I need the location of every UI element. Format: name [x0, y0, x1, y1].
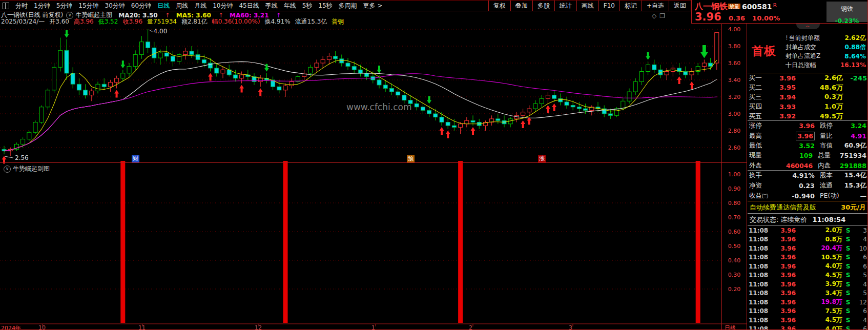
chart-header-icons[interactable]: ◇❐: [652, 12, 668, 19]
tick-price: 3.96: [769, 281, 796, 288]
sub-axis-label: 0.80: [722, 200, 746, 207]
period-item-45日线[interactable]: 45日线: [236, 2, 262, 10]
stats1-row: 涨停3.96跌停3.24: [748, 121, 868, 131]
stats1-row: 最高3.96量比4.91: [748, 131, 868, 140]
period-item-日线[interactable]: 日线: [154, 2, 173, 10]
sector-quote[interactable]: 钢铁 -0.23%: [826, 2, 867, 22]
seal-stat-value: 8.64%: [844, 53, 866, 60]
bid-label: 买三: [749, 92, 767, 101]
tick-list[interactable]: 11:083.962.0万S311:083.960.8万S411:083.962…: [748, 226, 868, 330]
event-marker-财[interactable]: 财: [132, 155, 139, 162]
tick-row: 11:083.967.5万S6: [748, 307, 868, 316]
main-axis-label: 3.60: [722, 60, 746, 67]
period-item-月线[interactable]: 月线: [191, 2, 210, 10]
stats1-row: 最低3.52市值60.9亿: [748, 141, 868, 151]
sub-indicator-name[interactable]: 牛势崛起副图: [13, 164, 50, 173]
ohlc-info-item: 量751934: [147, 17, 177, 26]
tool-复权[interactable]: 复权: [488, 1, 510, 11]
stats-block-2: 换手4.91%股本15.4亿净资0.23流通15.3亿收益㈢-0.940PE(动…: [748, 171, 868, 201]
stat-label: PE(动): [820, 192, 844, 200]
price-percent: 10.00%: [752, 14, 780, 22]
chevron-down-icon[interactable]: ∨: [4, 166, 11, 173]
tick-volume: 4.0万: [796, 262, 842, 271]
tick-time: 11:08: [749, 263, 769, 270]
period-item-周线[interactable]: 周线: [173, 2, 191, 10]
period-item-5秒[interactable]: 5秒: [299, 2, 316, 10]
subscription-ad[interactable]: 自动续费通达信普及版 30元/月: [748, 201, 868, 214]
tool-画线[interactable]: 画线: [576, 1, 598, 11]
sub-axis-label: 0.20: [722, 286, 746, 293]
tick-side: S: [842, 245, 854, 252]
tick-price: 3.96: [769, 325, 796, 330]
stat-value: 3.52: [772, 142, 815, 150]
stat-label: 总量: [818, 151, 840, 160]
period-item-年线[interactable]: 年线: [281, 2, 299, 10]
event-marker-预[interactable]: 预: [407, 155, 415, 162]
split-window-icon[interactable]: ❐: [659, 12, 668, 19]
period-item-5分钟[interactable]: 5分钟: [53, 2, 76, 10]
ohlc-info-item: 高3.96: [74, 17, 94, 26]
tool-F10[interactable]: F10: [598, 1, 619, 11]
bid-amount: 49.5万: [796, 112, 843, 121]
ad-text: 自动续费通达信普及版: [750, 201, 816, 213]
tick-side: S: [842, 263, 854, 270]
tool-统计[interactable]: 统计: [554, 1, 576, 11]
stat-value: 460046: [771, 162, 813, 170]
period-item-多周期[interactable]: 多周期: [336, 2, 360, 10]
tool-标记[interactable]: 标记: [619, 1, 642, 11]
period-item-30分钟[interactable]: 30分钟: [102, 2, 128, 10]
event-marker-涨[interactable]: 涨: [538, 155, 546, 162]
tick-volume: 10.5万: [796, 253, 842, 262]
watermark: www.cfchi.com: [346, 102, 411, 112]
tick-count: 5: [854, 290, 867, 297]
bid-row: 买二3.9548.6万: [748, 83, 868, 93]
tool-多股[interactable]: 多股: [532, 1, 554, 11]
seal-stat-value: 2.62亿: [844, 34, 866, 43]
bid-amount: 1.0万: [796, 102, 843, 111]
tick-price: 3.96: [769, 290, 796, 297]
tick-time: 11:08: [749, 254, 769, 261]
tick-time: 11:08: [749, 281, 769, 288]
seal-stat-row: 封单占成交0.88倍: [786, 43, 866, 52]
tick-side: S: [842, 299, 854, 306]
tick-volume: 3.9万: [796, 280, 842, 288]
tick-row: 11:083.9610.5万S6: [748, 253, 868, 262]
tick-count: 6: [854, 254, 867, 261]
period-item-季线[interactable]: 季线: [262, 2, 281, 10]
stat-value: 4.91%: [775, 172, 815, 179]
period-item-15分钟[interactable]: 15分钟: [75, 2, 101, 10]
period-item-10分钟[interactable]: 10分钟: [210, 2, 236, 10]
bid-label: 买一: [749, 73, 767, 82]
main-chart[interactable]: 4.002.56: [0, 0, 747, 330]
tool-返回[interactable]: 返回: [669, 1, 691, 11]
svg-text:2.56: 2.56: [15, 154, 29, 161]
bid-amount: 2.6亿: [796, 73, 843, 82]
seal-stat-row: 十日总涨幅16.13%: [786, 61, 866, 70]
period-item-分时[interactable]: 分时: [12, 2, 31, 10]
sub-chart-header: ∨ 牛势崛起副图: [2, 164, 50, 173]
split-screen-icon[interactable]: [3, 3, 9, 9]
tool-叠加[interactable]: 叠加: [510, 1, 532, 11]
tool-+自选[interactable]: +自选: [642, 1, 669, 11]
axis-month-label: 10: [38, 324, 46, 330]
stat-label: 量比: [820, 132, 842, 140]
stock-code: 600581: [742, 3, 772, 11]
tick-row: 11:083.964.5万S5: [748, 271, 868, 280]
bid-queue: 买一3.962.6亿-245买二3.9548.6万买三3.940.3万买四3.9…: [748, 73, 868, 121]
seal-stat-label: 封单占流通Z: [786, 52, 844, 60]
stat-label: 最低: [749, 141, 772, 150]
period-item-15秒[interactable]: 15秒: [315, 2, 335, 10]
seal-stat-label: 十日总涨幅: [786, 61, 840, 70]
ohlc-info-item: 普钢: [332, 17, 344, 26]
diamond-icon[interactable]: ◇: [652, 12, 659, 19]
period-item-更多 >[interactable]: 更多 >: [360, 2, 386, 10]
ohlc-info-item: 2025/03/24/一: [1, 17, 45, 26]
period-item-1分钟[interactable]: 1分钟: [31, 2, 53, 10]
period-item-60分钟[interactable]: 60分钟: [128, 2, 154, 10]
period-menu: 分时1分钟5分钟15分钟30分钟60分钟日线周线月线10分钟45日线季线年线5秒…: [12, 2, 385, 10]
collapse-pill[interactable]: ︿: [796, 24, 820, 29]
axis-month-label: 2: [469, 324, 472, 330]
tick-count: 4: [854, 317, 867, 324]
axis-year-label: 2024年: [1, 324, 21, 330]
quote-panel: ︿ 首板 !当前封单额2.62亿封单占成交0.88倍封单占流通Z8.64%十日总…: [748, 24, 868, 330]
